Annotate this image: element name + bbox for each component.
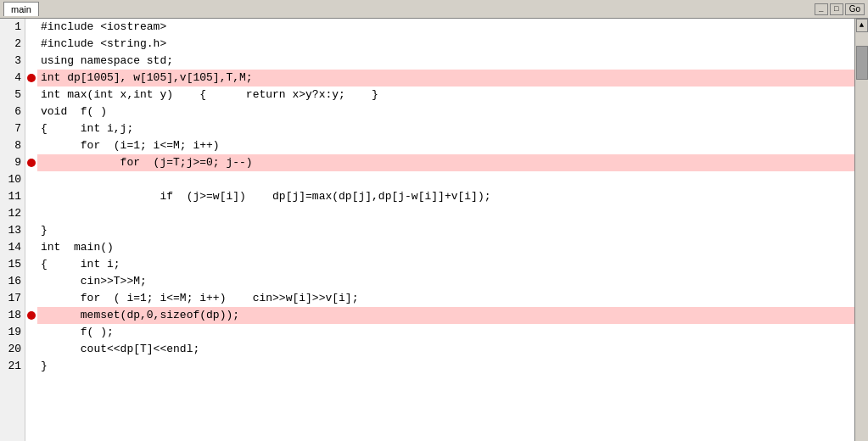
breakpoint-col: [25, 19, 37, 441]
breakpoint-cell[interactable]: [25, 87, 37, 103]
code-line: [37, 205, 854, 222]
title-bar-right: _ □ Go: [815, 3, 865, 15]
breakpoint-cell[interactable]: [25, 273, 37, 290]
code-line: #include <string.h>: [37, 36, 854, 53]
line-number: 17: [0, 290, 21, 307]
code-lines: #include <iostream>#include <string.h>us…: [37, 19, 854, 441]
breakpoint-cell[interactable]: [25, 205, 37, 222]
line-number: 9: [0, 154, 21, 171]
code-line: f( );: [37, 324, 854, 341]
breakpoint-cell[interactable]: [25, 239, 37, 256]
code-line: using namespace std;: [37, 53, 854, 70]
code-line: int max(int x,int y) { return x>y?x:y; }: [37, 87, 854, 103]
code-line: for ( i=1; i<=M; i++) cin>>w[i]>>v[i];: [37, 290, 854, 307]
breakpoint-indicator: [27, 159, 36, 167]
code-line: for (i=1; i<=M; i++): [37, 137, 854, 154]
breakpoint-cell[interactable]: [25, 256, 37, 273]
breakpoint-cell[interactable]: [25, 103, 37, 120]
code-line: #include <iostream>: [37, 19, 854, 36]
title-bar: main _ □ Go: [0, 0, 868, 19]
code-line: [37, 171, 854, 188]
editor-container: main _ □ Go 1234567891011121314151617181…: [0, 0, 868, 441]
line-number: 7: [0, 120, 21, 137]
code-line: }: [37, 222, 854, 239]
code-line: int dp[1005], w[105],v[105],T,M;: [37, 70, 854, 87]
line-number: 16: [0, 273, 21, 290]
code-line: }: [37, 358, 854, 375]
breakpoint-cell[interactable]: [25, 36, 37, 53]
breakpoint-cell[interactable]: [25, 120, 37, 137]
line-number: 5: [0, 87, 21, 103]
code-line: if (j>=w[i]) dp[j]=max(dp[j],dp[j-w[i]]+…: [37, 188, 854, 205]
breakpoint-cell[interactable]: [25, 171, 37, 188]
code-line: cout<<dp[T]<<endl;: [37, 341, 854, 358]
line-number: 15: [0, 256, 21, 273]
code-area: 123456789101112131415161718192021 #inclu…: [0, 19, 868, 441]
minimize-button[interactable]: _: [815, 3, 828, 15]
main-tab[interactable]: main: [3, 2, 39, 16]
scrollbar-vertical[interactable]: ▲: [854, 19, 868, 441]
line-number: 19: [0, 324, 21, 341]
breakpoint-cell[interactable]: [25, 358, 37, 375]
breakpoint-cell[interactable]: [25, 70, 37, 87]
line-number: 21: [0, 358, 21, 375]
line-number: 14: [0, 239, 21, 256]
line-number: 13: [0, 222, 21, 239]
line-number: 2: [0, 36, 21, 53]
breakpoint-cell[interactable]: [25, 137, 37, 154]
go-button[interactable]: Go: [845, 3, 865, 15]
scrollbar-thumb[interactable]: [856, 46, 868, 80]
breakpoint-cell[interactable]: [25, 154, 37, 171]
code-line: { int i;: [37, 256, 854, 273]
line-number: 8: [0, 137, 21, 154]
scroll-up-button[interactable]: ▲: [856, 19, 868, 32]
code-line: cin>>T>>M;: [37, 273, 854, 290]
breakpoint-indicator: [27, 74, 36, 82]
line-number: 12: [0, 205, 21, 222]
code-line: int main(): [37, 239, 854, 256]
breakpoint-cell[interactable]: [25, 19, 37, 36]
code-line: for (j=T;j>=0; j--): [37, 154, 854, 171]
line-number: 1: [0, 19, 21, 36]
breakpoint-cell[interactable]: [25, 188, 37, 205]
breakpoint-cell[interactable]: [25, 307, 37, 324]
breakpoint-indicator: [27, 311, 36, 320]
code-line: { int i,j;: [37, 120, 854, 137]
line-number: 10: [0, 171, 21, 188]
maximize-button[interactable]: □: [830, 3, 843, 15]
breakpoint-cell[interactable]: [25, 290, 37, 307]
breakpoint-cell[interactable]: [25, 222, 37, 239]
line-number: 3: [0, 53, 21, 70]
line-number: 6: [0, 103, 21, 120]
breakpoint-cell[interactable]: [25, 324, 37, 341]
line-number: 4: [0, 70, 21, 87]
line-number: 18: [0, 307, 21, 324]
code-line: void f( ): [37, 103, 854, 120]
breakpoint-cell[interactable]: [25, 53, 37, 70]
line-numbers: 123456789101112131415161718192021: [0, 19, 25, 441]
line-number: 11: [0, 188, 21, 205]
breakpoint-cell[interactable]: [25, 341, 37, 358]
code-line: memset(dp,0,sizeof(dp));: [37, 307, 854, 324]
title-bar-left: main: [3, 2, 39, 16]
line-number: 20: [0, 341, 21, 358]
